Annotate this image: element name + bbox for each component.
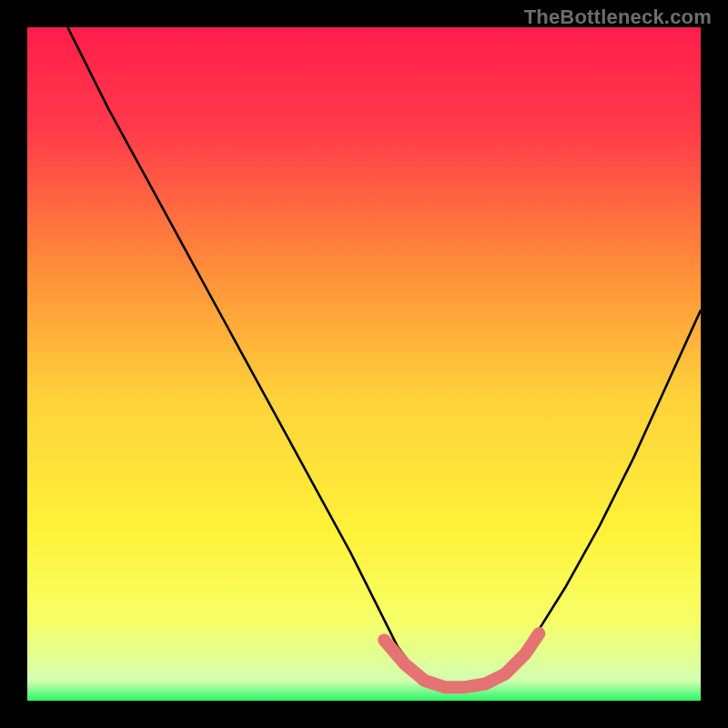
watermark: TheBottleneck.com bbox=[524, 5, 712, 29]
plot-background bbox=[27, 27, 701, 701]
plot-area bbox=[27, 27, 701, 701]
chart-container: TheBottleneck.com bbox=[0, 0, 728, 728]
